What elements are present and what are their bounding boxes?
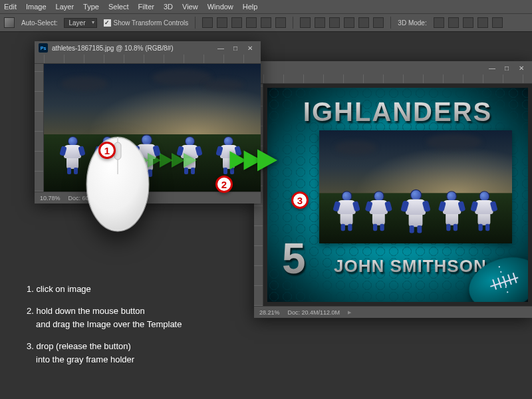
separator [390,17,391,29]
align-left-icon[interactable] [202,17,213,28]
menu-view[interactable]: View [182,3,198,11]
dist-right-icon[interactable] [329,17,340,28]
source-titlebar[interactable]: Ps athletes-1867185.jpg @ 10.8% (RGB/8#)… [35,41,261,55]
template-player-number: 5 [282,234,306,283]
flyout-icon[interactable]: ▶ [348,310,351,315]
mode-label: 3D Mode: [398,19,426,27]
menu-edit[interactable]: Edit [4,3,17,11]
mode-orbit-icon[interactable] [434,17,444,28]
template-player-name: JOHN SMITHSON [334,256,487,277]
show-transform-checkbox[interactable]: ✓ Show Transform Controls [104,19,189,27]
arrow-icon [257,150,277,172]
ruler-horizontal [254,74,532,84]
menu-filter[interactable]: Filter [138,3,154,11]
template-zoom: 28.21% [259,309,280,316]
step-marker-2: 2 [215,176,233,193]
step-marker-3: 3 [291,192,309,209]
menu-help[interactable]: Help [243,3,258,11]
mode-pan-icon[interactable] [463,17,473,28]
template-titlebar[interactable]: — □ ✕ [254,61,532,74]
template-document-window[interactable]: — □ ✕ IGHLANDERS [254,61,532,318]
close-icon[interactable]: ✕ [243,43,257,53]
app-menubar: Edit Image Layer Type Select Filter 3D V… [0,0,532,13]
maximize-icon[interactable]: □ [500,63,513,72]
options-bar: Auto-Select: Layer ✓ Show Transform Cont… [0,13,532,32]
menu-type[interactable]: Type [83,3,99,11]
instruction-line: 3. drop (release the button) [27,341,131,351]
align-right-icon[interactable] [231,17,242,28]
arrow-icon [172,153,185,168]
template-team-name: IGHLANDERS [267,97,528,127]
menu-layer[interactable]: Layer [56,3,74,11]
maximize-icon[interactable]: □ [229,43,242,53]
source-zoom: 10.78% [40,195,61,201]
check-icon: ✓ [104,19,111,27]
arrow-icon [184,153,197,168]
instruction-line: 2. hold down the mouse button [27,306,145,316]
align-icons [202,17,286,28]
instruction-step-3: 3. drop (release the button) into the gr… [27,340,182,366]
instruction-line: and drag the Image over the Template [27,319,182,329]
distribute-icons [300,17,384,28]
menu-image[interactable]: Image [26,3,47,11]
menu-3d[interactable]: 3D [164,3,173,11]
ruler-horizontal [35,55,261,64]
ruler-vertical [35,64,44,192]
mouse-illustration [81,128,154,234]
photo-placeholder[interactable] [319,130,512,243]
template-docinfo: Doc: 20.4M/112.0M [288,309,340,316]
ps-app-icon: Ps [39,43,48,53]
align-bottom-icon[interactable] [275,17,286,28]
separator [195,17,196,29]
template-statusbar: 28.21% Doc: 20.4M/112.0M ▶ [254,306,532,318]
arrow-icon [160,153,173,168]
align-vcenter-icon[interactable] [261,17,271,28]
instruction-step-1: 1. click on image [27,283,182,296]
move-tool-icon[interactable] [4,17,15,28]
auto-select-dropdown[interactable]: Layer [64,18,96,28]
dist-bottom-icon[interactable] [373,17,384,28]
align-hcenter-icon[interactable] [217,17,227,28]
dist-vc-icon[interactable] [358,17,369,28]
mode-zoom-icon[interactable] [492,17,503,28]
separator [293,17,293,29]
mode-roll-icon[interactable] [448,17,459,28]
dist-hc-icon[interactable] [315,17,325,28]
dropped-photo [319,130,512,243]
source-title: athletes-1867185.jpg @ 10.8% (RGB/8#) [52,45,173,52]
dist-top-icon[interactable] [344,17,354,28]
menu-select[interactable]: Select [108,3,129,11]
instruction-step-2: 2. hold down the mouse button and drag t… [27,305,182,331]
align-top-icon[interactable] [246,17,257,28]
dist-h-icon[interactable] [300,17,311,28]
mode-slide-icon[interactable] [477,17,488,28]
mode-icons [434,17,503,28]
show-transform-label: Show Transform Controls [114,19,189,27]
instruction-line: into the gray frame holder [27,354,134,364]
auto-select-label: Auto-Select: [21,19,57,27]
close-icon[interactable]: ✕ [515,63,528,72]
instructions: 1. click on image 2. hold down the mouse… [27,283,182,376]
minimize-icon[interactable]: — [214,43,227,53]
menu-window[interactable]: Window [207,3,233,11]
minimize-icon[interactable]: — [485,63,499,72]
step-marker-1: 1 [98,142,116,159]
